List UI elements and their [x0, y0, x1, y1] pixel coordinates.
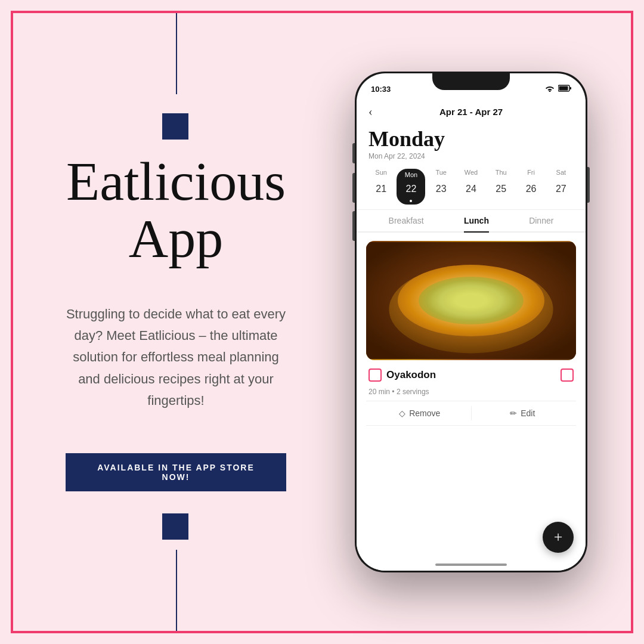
day-name: Monday [369, 126, 574, 151]
recipe-info-row: Oyakodon [366, 366, 576, 384]
back-button[interactable]: ‹ [369, 105, 373, 119]
week-day-num-mon: 22 [400, 178, 422, 200]
svg-point-11 [455, 290, 465, 293]
edit-label: Edit [521, 408, 535, 418]
nav-title: Apr 21 - Apr 27 [439, 107, 503, 117]
edit-icon: ✏ [510, 408, 517, 418]
week-day-tue[interactable]: Tue 23 [428, 169, 455, 205]
phone-mockup: 10:33 [355, 72, 587, 572]
svg-point-10 [456, 290, 493, 313]
phone-btn-left2 [352, 173, 355, 203]
recipe-checkbox-right[interactable] [561, 369, 574, 382]
left-panel: Eatlicious App Struggling to decide what… [30, 30, 322, 614]
week-day-dot-mon [410, 200, 412, 202]
food-illustration [366, 241, 576, 360]
week-day-num-wed: 24 [460, 178, 482, 200]
day-date: Mon Apr 22, 2024 [369, 152, 574, 160]
svg-rect-2 [570, 87, 572, 89]
recipe-area: Oyakodon 20 min • 2 servings ◇ Remove ✏ [357, 233, 586, 434]
week-day-name-sun: Sun [375, 169, 387, 176]
remove-button[interactable]: ◇ Remove [369, 405, 471, 422]
week-day-name-thu: Thu [496, 169, 507, 176]
tab-dinner[interactable]: Dinner [529, 216, 553, 231]
svg-point-5 [389, 265, 553, 353]
remove-icon: ◇ [399, 408, 405, 418]
selected-bubble: Mon 22 [397, 169, 425, 205]
svg-point-18 [456, 301, 458, 304]
svg-point-14 [443, 294, 454, 298]
week-day-fri[interactable]: Fri 26 [518, 169, 545, 205]
phone-screen: 10:33 [357, 73, 586, 571]
svg-point-8 [467, 285, 500, 302]
svg-point-0 [549, 91, 551, 92]
week-day-num-thu: 25 [490, 178, 512, 200]
phone-btn-left1 [352, 143, 355, 163]
app-title: Eatlicious App [66, 153, 286, 268]
nav-bar: ‹ Apr 21 - Apr 27 [357, 100, 586, 122]
home-indicator [435, 564, 507, 566]
week-day-mon[interactable]: Mon 22 [397, 169, 425, 205]
svg-point-15 [490, 293, 500, 296]
remove-label: Remove [409, 408, 440, 418]
status-time: 10:33 [371, 85, 391, 94]
week-day-sun[interactable]: Sun 21 [367, 169, 395, 205]
svg-point-16 [467, 297, 470, 301]
recipe-meta: 20 min • 2 servings [366, 386, 576, 401]
tab-lunch[interactable]: Lunch [464, 216, 489, 233]
week-day-name-mon: Mon [405, 171, 417, 178]
svg-rect-3 [559, 86, 568, 91]
day-header: Monday Mon Apr 22, 2024 [357, 122, 586, 163]
status-icons [545, 85, 571, 93]
phone-notch [432, 73, 510, 90]
svg-point-13 [482, 288, 491, 292]
week-day-wed[interactable]: Wed 24 [457, 169, 485, 205]
cta-button[interactable]: AVAILABLE IN THE APP STORE NOW! [66, 453, 286, 491]
battery-icon [558, 85, 571, 93]
week-day-name-fri: Fri [527, 169, 535, 176]
recipe-checkbox[interactable] [369, 369, 382, 382]
svg-point-9 [423, 298, 449, 312]
week-day-sat[interactable]: Sat 27 [547, 169, 575, 205]
recipe-name: Oyakodon [386, 369, 561, 381]
phone-btn-left3 [352, 211, 355, 241]
tab-breakfast[interactable]: Breakfast [389, 216, 424, 231]
recipe-image [366, 241, 576, 360]
app-content: ‹ Apr 21 - Apr 27 Monday Mon Apr 22, 202… [357, 100, 586, 571]
week-day-num-sat: 27 [550, 178, 572, 200]
app-description: Struggling to decide what to eat every d… [66, 304, 286, 411]
week-calendar: Sun 21 Mon 22 Tue 23 [357, 163, 586, 210]
week-day-num-sun: 21 [370, 178, 392, 200]
action-row: ◇ Remove ✏ Edit [366, 401, 576, 426]
phone-btn-right [587, 167, 590, 203]
svg-point-6 [401, 265, 541, 336]
week-day-name-wed: Wed [465, 169, 478, 176]
week-day-num-fri: 26 [521, 178, 542, 200]
svg-point-17 [479, 302, 482, 305]
svg-point-12 [469, 286, 481, 289]
edit-button[interactable]: ✏ Edit [472, 405, 574, 422]
week-day-name-sat: Sat [556, 169, 566, 176]
week-day-name-tue: Tue [435, 169, 447, 176]
week-day-num-tue: 23 [431, 178, 452, 200]
right-panel: 10:33 [322, 30, 620, 614]
svg-point-7 [434, 287, 475, 308]
week-day-thu[interactable]: Thu 25 [487, 169, 515, 205]
fab-button[interactable]: + [543, 522, 574, 553]
wifi-icon [545, 85, 555, 93]
meal-tabs: Breakfast Lunch Dinner [357, 210, 586, 233]
